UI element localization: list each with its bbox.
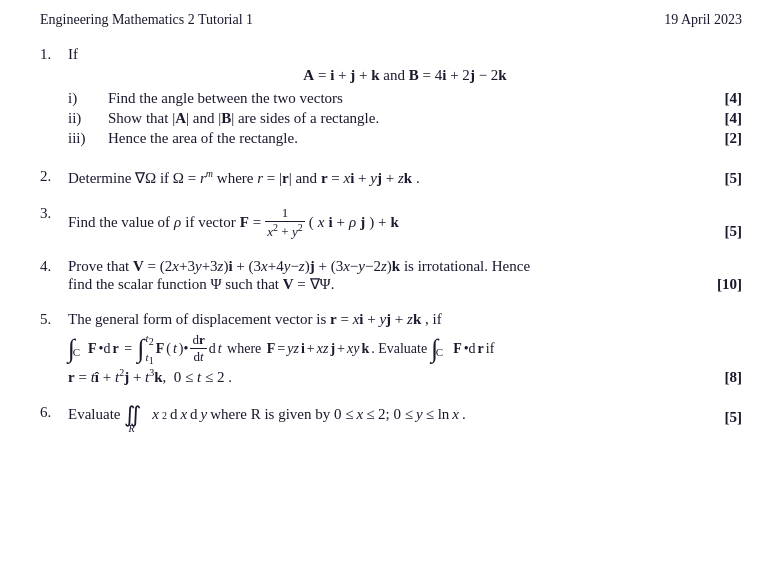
question-2: 2. Determine ∇Ω if Ω = rm where r = |r| …	[40, 168, 742, 187]
q1-i-text: Find the angle between the two vectors	[108, 90, 715, 107]
q3-line: Find the value of ρ if vector F = 1 x2 +…	[68, 205, 742, 240]
q3-row: 3. Find the value of ρ if vector F = 1 x…	[40, 205, 742, 240]
q1-vector-def: A = i + j + k and B = 4i + 2j − 2k	[68, 67, 742, 84]
q1-plus2: +	[359, 67, 371, 83]
q4-line1: Prove that V = (2x+3y+3z)i + (3x+4y−z)j …	[68, 258, 742, 275]
q5-intro: The general form of displacement vector …	[68, 311, 742, 328]
q1-iii-text: Hence the area of the rectangle.	[108, 130, 715, 147]
question-4: 4. Prove that V = (2x+3y+3z)i + (3x+4y−z…	[40, 258, 742, 293]
q6-line: Evaluate ∬ R x2dxdy where R is given by …	[68, 404, 742, 426]
q5-contour-int: ∫ C	[68, 336, 86, 362]
q5-integral-line: ∫ C F•dr = ∫ t2 t1 F(t)•	[68, 332, 742, 365]
q1-vec-i: i	[330, 67, 334, 83]
q5-row: 5. The general form of displacement vect…	[40, 311, 742, 386]
q1-plus1: +	[338, 67, 350, 83]
q1-ii-content: Show that |A| and |B| are sides of a rec…	[108, 110, 742, 127]
q2-text: Determine ∇Ω if Ω = rm where r = |r| and…	[68, 168, 420, 187]
q6-content: Evaluate ∬ R x2dxdy where R is given by …	[68, 404, 742, 426]
q1-label-ii: ii)	[68, 110, 108, 127]
q5-number: 5.	[40, 311, 68, 328]
q3-content: Find the value of ρ if vector F = 1 x2 +…	[68, 205, 742, 240]
question-6: 6. Evaluate ∬ R x2dxdy where R is given …	[40, 404, 742, 426]
q6-number: 6.	[40, 404, 68, 421]
q1-eq2: =	[423, 67, 435, 83]
q5-def-int: ∫ t2 t1	[138, 336, 145, 362]
q1-if-label: If	[68, 46, 742, 63]
q5-marks: [8]	[725, 369, 743, 386]
question-5: 5. The general form of displacement vect…	[40, 311, 742, 386]
q1-B-val: 4i + 2j − 2k	[435, 67, 507, 83]
q1-label-i: i)	[68, 90, 108, 107]
q2-marks: [5]	[725, 170, 743, 187]
q6-row: 6. Evaluate ∬ R x2dxdy where R is given …	[40, 404, 742, 426]
q1-eq1: =	[318, 67, 330, 83]
q6-text: Evaluate ∬ R x2dxdy where R is given by …	[68, 404, 466, 426]
q5-content: The general form of displacement vector …	[68, 311, 742, 386]
q4-line2: find the scalar function Ψ such that V =…	[68, 275, 742, 293]
q1-vector-A: A	[303, 67, 314, 83]
q1-ii-marks: [4]	[725, 110, 743, 127]
question-1: 1. If A = i + j + k and B = 4i + 2j − 2k	[40, 46, 742, 150]
header-left: Engineering Mathematics 2 Tutorial 1	[40, 12, 253, 28]
q2-row: 2. Determine ∇Ω if Ω = rm where r = |r| …	[40, 168, 742, 187]
question-3: 3. Find the value of ρ if vector F = 1 x…	[40, 205, 742, 240]
q1-ii-text: Show that |A| and |B| are sides of a rec…	[108, 110, 715, 127]
q2-number: 2.	[40, 168, 68, 185]
q2-line: Determine ∇Ω if Ω = rm where r = |r| and…	[68, 168, 742, 187]
q4-marks: [10]	[717, 276, 742, 293]
q1-label-iii: iii)	[68, 130, 108, 147]
q1-number: 1.	[40, 46, 68, 63]
q5-integral-block: ∫ C F•dr = ∫ t2 t1 F(t)•	[68, 332, 742, 386]
q1-row: 1. If A = i + j + k and B = 4i + 2j − 2k	[40, 46, 742, 150]
q1-vector-B: B	[409, 67, 419, 83]
q5-integrand: F(t)• dr dt dt	[156, 332, 222, 365]
q5-condition-text: r = tî + t2j + t3k, 0 ≤ t ≤ 2 .	[68, 367, 232, 386]
q1-vec-j: j	[350, 67, 355, 83]
q3-number: 3.	[40, 205, 68, 222]
q4-row: 4. Prove that V = (2x+3y+3z)i + (3x+4y−z…	[40, 258, 742, 293]
q4-line2-text: find the scalar function Ψ such that V =…	[68, 275, 334, 293]
q1-sub-iii: iii) Hence the area of the rectangle. [2…	[68, 130, 742, 147]
q5-condition: r = tî + t2j + t3k, 0 ≤ t ≤ 2 . [8]	[68, 367, 742, 386]
header-right: 19 April 2023	[664, 12, 742, 28]
q1-content: If A = i + j + k and B = 4i + 2j − 2k	[68, 46, 742, 150]
q3-text: Find the value of ρ if vector F = 1 x2 +…	[68, 205, 399, 240]
q6-marks: [5]	[725, 409, 743, 426]
q6-double-int: ∬ R	[124, 404, 141, 426]
page-header: Engineering Mathematics 2 Tutorial 1 19 …	[40, 12, 742, 28]
q1-iii-content: Hence the area of the rectangle. [2]	[108, 130, 742, 147]
q1-i-content: Find the angle between the two vectors […	[108, 90, 742, 107]
q1-vec-k: k	[371, 67, 379, 83]
q4-number: 4.	[40, 258, 68, 275]
questions-list: 1. If A = i + j + k and B = 4i + 2j − 2k	[40, 46, 742, 426]
q3-fraction: 1 x2 + y2	[265, 205, 304, 240]
q1-i-marks: [4]	[725, 90, 743, 107]
q1-sub-i: i) Find the angle between the two vector…	[68, 90, 742, 107]
q1-sub-items: i) Find the angle between the two vector…	[68, 90, 742, 147]
q4-content: Prove that V = (2x+3y+3z)i + (3x+4y−z)j …	[68, 258, 742, 293]
q5-eval-int: ∫ C	[431, 336, 449, 362]
q1-and: and	[383, 67, 408, 83]
q3-marks: [5]	[725, 223, 743, 240]
q1-iii-marks: [2]	[725, 130, 743, 147]
q1-sub-ii: ii) Show that |A| and |B| are sides of a…	[68, 110, 742, 127]
q2-content: Determine ∇Ω if Ω = rm where r = |r| and…	[68, 168, 742, 187]
